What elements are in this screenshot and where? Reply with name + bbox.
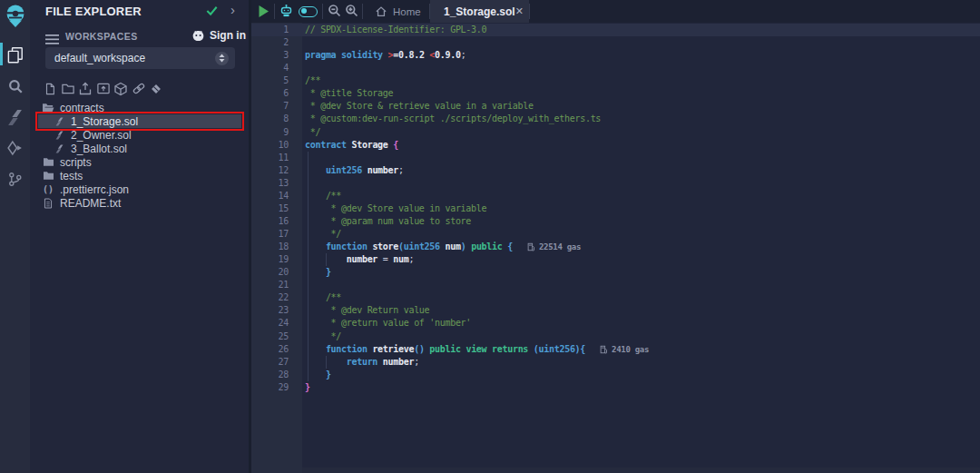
line-content: * @param num value to store [305,215,471,228]
remix-logo-icon [4,4,27,28]
code-line-29[interactable]: 29} [251,381,980,394]
tab-home[interactable]: Home [366,0,430,23]
code-line-6[interactable]: 6 * @title Storage [251,87,980,100]
tree-item-scripts[interactable]: scripts [30,155,249,169]
line-content: */ [305,228,341,241]
code-line-16[interactable]: 16 * @param num value to store [251,215,980,228]
line-number: 6 [251,87,289,100]
sidebar-item-search[interactable] [0,74,30,98]
sidebar-item-file-explorer[interactable] [0,43,30,66]
line-content: * @dev Return value [305,304,429,317]
code-line-2[interactable]: 2 [251,36,980,49]
code-line-28[interactable]: 28 } [251,369,980,381]
gas-estimate-badge: 22514 gas [527,241,581,253]
link-icon[interactable] [132,81,146,96]
tree-item-label: .prettierrc.json [60,183,129,196]
zoom-in-button[interactable] [345,4,358,21]
collapse-chevron-button[interactable]: › [230,2,235,17]
remix-logo[interactable] [0,2,30,29]
code-line-4[interactable]: 4 [251,62,980,74]
line-number: 2 [251,36,289,49]
code-line-24[interactable]: 24 * @return value of 'number' [251,317,980,330]
line-number: 8 [251,113,289,125]
workspace-select[interactable]: default_workspace [45,47,235,69]
code-line-19[interactable]: 19 number = num; [251,253,980,266]
code-line-13[interactable]: 13 [251,177,980,190]
code-line-18[interactable]: 18 function store(uint256 num) public {2… [251,241,980,253]
tree-item-label: contracts [60,102,104,114]
line-number: 28 [251,369,289,381]
folder-icon [42,171,54,181]
create-new-file-icon[interactable] [43,81,57,96]
cube-icon[interactable] [113,81,128,96]
code-line-20[interactable]: 20 } [251,266,980,279]
line-number: 26 [251,343,289,356]
code-line-7[interactable]: 7 * @dev Store & retrieve value in a var… [251,100,980,113]
tree-item-contracts[interactable]: contracts [30,101,249,114]
accept-check-button[interactable] [205,4,219,21]
line-content: /** [305,291,341,304]
file-actions-toolbar [43,81,163,96]
sidebar-item-git[interactable] [0,167,30,191]
create-new-folder-icon[interactable] [61,81,75,96]
code-line-15[interactable]: 15 * @dev Store value in variable [251,202,980,215]
code-line-26[interactable]: 26 function retrieve() public view retur… [251,343,980,356]
tree-item-3-ballot-sol[interactable]: 3_Ballot.sol [30,142,249,155]
home-tab-label: Home [393,6,421,17]
workspace-menu-button[interactable] [45,32,59,48]
solidity-icon [53,130,65,141]
line-number: 5 [251,74,289,87]
tab-1-storage-sol[interactable]: 1_Storage.sol ✕ [430,0,529,23]
tree-item-label: README.txt [60,197,121,210]
sidebar-item-deploy-and-run[interactable] [0,136,30,160]
code-line-5[interactable]: 5/** [251,74,980,87]
line-content: * @custom:dev-run-script ./scripts/deplo… [305,113,601,125]
run-script-button[interactable] [258,5,270,22]
code-line-9[interactable]: 9 */ [251,126,980,139]
diamond-icon[interactable] [149,81,163,96]
file-tree: contracts1_Storage.sol2_Owner.sol3_Ballo… [30,101,249,210]
code-line-8[interactable]: 8 * @custom:dev-run-script ./scripts/dep… [251,113,980,125]
upload-folder-icon[interactable] [96,81,111,96]
workspace-selected-value: default_workspace [54,52,145,64]
code-line-27[interactable]: 27 return number; [251,356,980,369]
code-lines[interactable]: 1// SPDX-License-Identifier: GPL-3.023pr… [251,24,980,394]
code-line-14[interactable]: 14 /** [251,190,980,202]
tree-item-label: 2_Owner.sol [71,129,132,142]
tree-item-1-storage-sol[interactable]: 1_Storage.sol [38,114,241,128]
code-editor[interactable]: 1// SPDX-License-Identifier: GPL-3.023pr… [251,23,980,473]
line-number: 7 [251,100,289,113]
file-icon [42,198,54,209]
remix-ai-button[interactable] [279,4,294,23]
code-line-22[interactable]: 22 /** [251,291,980,304]
workspaces-label: WORKSPACES [65,31,138,42]
line-content: // SPDX-License-Identifier: GPL-3.0 [305,24,486,36]
line-content: */ [305,330,341,343]
upload-files-icon[interactable] [78,81,93,96]
toggle-knob [301,8,307,14]
tree-item-tests[interactable]: tests [30,169,249,182]
code-line-10[interactable]: 10contract Storage { [251,139,980,152]
code-line-17[interactable]: 17 */ [251,228,980,241]
code-line-23[interactable]: 23 * @dev Return value [251,304,980,317]
code-line-25[interactable]: 25 */ [251,330,980,343]
tree-item--prettierrc-json[interactable]: ().prettierrc.json [30,182,249,196]
up-down-arrows-icon [218,54,226,63]
code-line-12[interactable]: 12 uint256 number; [251,164,980,177]
ai-copilot-toggle[interactable] [299,6,318,17]
line-number: 20 [251,266,289,279]
line-content: * @dev Store & retrieve value in a varia… [305,100,534,113]
code-line-1[interactable]: 1// SPDX-License-Identifier: GPL-3.0 [251,24,980,36]
tree-item-readme-txt[interactable]: README.txt [30,196,249,210]
code-line-11[interactable]: 11 [251,152,980,164]
sign-in-button[interactable]: Sign in [191,29,246,42]
code-line-21[interactable]: 21 [251,279,980,291]
code-line-3[interactable]: 3pragma solidity >=0.8.2 <0.9.0; [251,49,980,62]
line-number: 4 [251,62,289,74]
line-content: contract Storage { [305,139,398,152]
close-tab-icon[interactable]: ✕ [515,5,524,17]
tree-item-2-owner-sol[interactable]: 2_Owner.sol [30,128,249,142]
sidebar-item-solidity-compiler[interactable] [0,105,30,129]
zoom-out-button[interactable] [328,4,341,21]
line-content: function retrieve() public view returns … [305,343,585,356]
